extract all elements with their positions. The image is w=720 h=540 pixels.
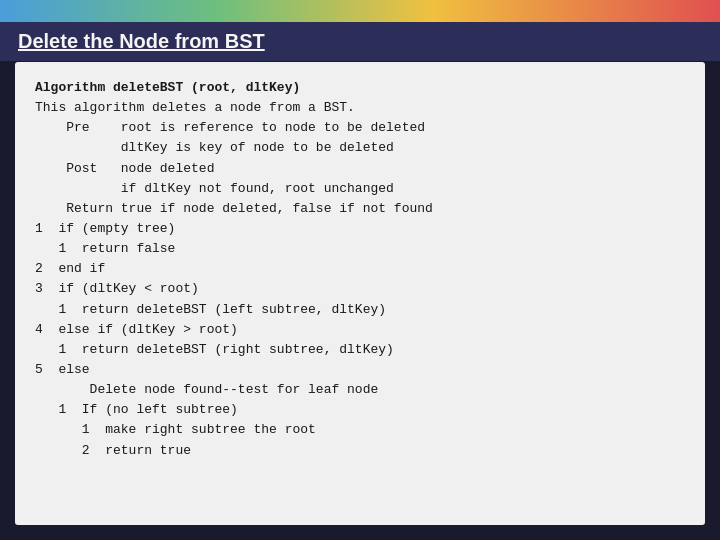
code-line-13: 4 else if (dltKey > root) bbox=[35, 322, 238, 337]
code-line-3: Pre root is reference to node to be dele… bbox=[35, 120, 425, 135]
code-line-2: This algorithm deletes a node from a BST… bbox=[35, 100, 355, 115]
code-block: Algorithm deleteBST (root, dltKey) This … bbox=[35, 78, 685, 461]
title-bar: Delete the Node from BST bbox=[0, 22, 720, 61]
top-bar bbox=[0, 0, 720, 22]
code-line-9: 1 return false bbox=[35, 241, 175, 256]
code-line-6: if dltKey not found, root unchanged bbox=[35, 181, 394, 196]
code-line-17: 1 If (no left subtree) bbox=[35, 402, 238, 417]
code-line-18: 1 make right subtree the root bbox=[35, 422, 316, 437]
content-area: Algorithm deleteBST (root, dltKey) This … bbox=[15, 62, 705, 525]
code-line-5: Post node deleted bbox=[35, 161, 214, 176]
code-line-10: 2 end if bbox=[35, 261, 105, 276]
slide-container: Delete the Node from BST Algorithm delet… bbox=[0, 0, 720, 540]
code-line-8: 1 if (empty tree) bbox=[35, 221, 175, 236]
code-line-4: dltKey is key of node to be deleted bbox=[35, 140, 394, 155]
slide-title: Delete the Node from BST bbox=[18, 30, 265, 53]
code-line-14: 1 return deleteBST (right subtree, dltKe… bbox=[35, 342, 394, 357]
code-line-16: Delete node found--test for leaf node bbox=[35, 382, 378, 397]
code-line-7: Return true if node deleted, false if no… bbox=[35, 201, 433, 216]
code-line-12: 1 return deleteBST (left subtree, dltKey… bbox=[35, 302, 386, 317]
code-line-15: 5 else bbox=[35, 362, 90, 377]
code-line-19: 2 return true bbox=[35, 443, 191, 458]
code-line-1: Algorithm deleteBST (root, dltKey) bbox=[35, 80, 300, 95]
code-line-11: 3 if (dltKey < root) bbox=[35, 281, 199, 296]
